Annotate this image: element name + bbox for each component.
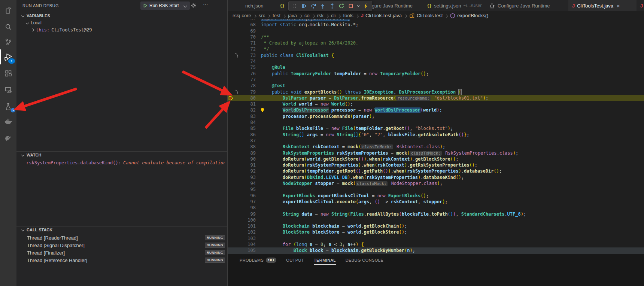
restart-icon[interactable] [337,2,346,10]
call-stack-thread-row[interactable]: Thread [ReaderThread]RUNNING [16,234,227,241]
code-text: NodeStopper stopper = mock(classToMock: … [261,180,443,186]
code-line[interactable]: 80 DslParser parser = DslParser.fromReso… [227,95,644,101]
step-over-icon[interactable] [309,2,318,10]
code-line[interactable]: 78 @Test [227,83,644,89]
breadcrumb-separator-icon [268,13,270,18]
variables-scope-local[interactable]: Local [26,20,42,25]
breadcrumb-item[interactable]: cli [331,13,335,18]
gear-icon[interactable] [191,3,197,8]
code-line[interactable]: 72 */ [227,46,644,52]
breadcrumb-file[interactable]: JCliToolsTest.java [361,13,402,18]
code-line[interactable]: 83 processor.processCommands(parser); [227,113,644,119]
breadcrumb-item[interactable]: rskj-core [233,13,251,18]
panel-tab-label: DEBUG CONSOLE [346,258,383,262]
code-line[interactable]: 82 WorldDslProcessor processor = new Wor… [227,107,644,113]
code-line[interactable]: 102 BlockStore blockStore = world.getBlo… [227,229,644,235]
code-line[interactable]: 76 public TemporaryFolder tempFolder = n… [227,71,644,77]
code-line[interactable]: 96 ExportBlocks exportBlocksCliTool = ne… [227,193,644,199]
call-stack-thread-row[interactable]: Thread [Signal Dispatcher]RUNNING [16,241,227,249]
code-line[interactable]: 99 String data = new String(Files.readAl… [227,211,644,217]
code-line[interactable]: 70/** [227,34,644,40]
code-line[interactable]: 103 [227,235,644,241]
watch-expression-row[interactable]: rskSystemProperties.databaseKind(): Cann… [26,160,225,165]
editor-tab[interactable]: J [637,0,644,11]
variable-this-row[interactable]: this: CliToolsTest@29 [31,27,92,33]
code-editor[interactable]: 67import static org.junit.Assert.*;68imp… [227,19,644,254]
more-actions-icon[interactable]: ⋯ [203,2,208,7]
code-line[interactable]: 74 [227,58,644,64]
code-line[interactable]: 69 [227,28,644,34]
code-line[interactable]: 95 [227,186,644,192]
code-line[interactable]: 71 * Created by ajlopez on 26/04/2020. [227,40,644,46]
code-line[interactable]: 89 RskSystemProperties rskSystemProperti… [227,150,644,156]
code-line[interactable]: 75 @Rule [227,64,644,70]
docker-icon[interactable] [0,114,16,129]
breakpoint-current-line-icon[interactable] [227,96,235,101]
thread-name: Thread [Reference Handler] [27,258,87,263]
panel-tab-debug-console[interactable]: DEBUG CONSOLE [346,256,383,264]
watch-section-header[interactable]: WATCH [22,153,42,157]
line-gutter: 85 [227,125,258,131]
stop-dropdown-chevron-icon[interactable] [356,2,361,10]
breadcrumb-item[interactable]: rsk [317,13,323,18]
gradle-icon[interactable] [0,130,16,145]
stop-icon[interactable] [347,2,355,10]
search-icon[interactable] [0,19,16,34]
code-line[interactable]: 91 doReturn(rskSystemProperties).when(rs… [227,162,644,168]
editor-tab-settings-json[interactable]: {}settings.json~/.../User [423,0,486,11]
sidebar-title: RUN AND DEBUG [22,3,59,8]
run-and-debug-icon[interactable]: 1 [0,49,16,64]
breadcrumb-item[interactable]: java [288,13,297,18]
code-line[interactable]: 77 [227,77,644,83]
call-stack-thread-row[interactable]: Thread [Reference Handler]RUNNING [16,256,227,264]
editor-tab-configure-java-runtime[interactable]: Configure Java Runtime [486,0,569,11]
code-line[interactable]: 90 doReturn(world.getBlockStore()).when(… [227,156,644,162]
code-line[interactable]: 87 [227,138,644,144]
extensions-icon[interactable] [0,66,16,81]
breadcrumb-item[interactable]: src [259,13,265,18]
code-line[interactable]: 104 for (long n = 0; n < 3; n++) { [227,241,644,247]
remote-explorer-icon[interactable] [0,82,16,97]
breadcrumb-item[interactable]: tools [343,13,353,18]
close-icon[interactable]: × [617,3,620,9]
code-line[interactable]: 100 [227,217,644,223]
breadcrumb-item[interactable]: co [304,13,310,18]
code-line[interactable]: 84 [227,119,644,125]
hot-code-replace-icon[interactable] [362,2,370,10]
code-line[interactable]: 97 exportBlocksCliTool.execute(args, () … [227,199,644,205]
step-into-icon[interactable] [319,2,327,10]
code-line[interactable]: 94 NodeStopper stopper = mock(classToMoc… [227,180,644,186]
line-number: 69 [240,28,256,34]
testing-icon[interactable] [0,99,16,114]
breadcrumb-item[interactable]: test [273,13,280,18]
run-config-button[interactable]: Run RSK Start [140,1,190,10]
breadcrumb-class[interactable]: CliToolsTest [409,13,443,18]
call-stack-thread-row[interactable]: Thread [Finalizer]RUNNING [16,249,227,256]
code-line[interactable]: 88 RskContext rskContext = mock(classToM… [227,144,644,150]
variables-section-header[interactable]: VARIABLES [22,13,50,18]
code-line[interactable]: 79 public void exportBlocks() throws IOE… [227,89,644,95]
editor-tab-clitoolstest-java[interactable]: JCliToolsTest.java× [568,0,637,11]
code-line[interactable]: 98 [227,205,644,211]
panel-tab-output[interactable]: OUTPUT [286,256,304,264]
chevron-right-icon [326,14,329,17]
step-out-icon[interactable] [328,2,336,10]
panel-tab-terminal[interactable]: TERMINAL [314,256,336,265]
call-stack-section-header[interactable]: CALL STACK [22,228,52,232]
code-line[interactable]: 93 doReturn(DbKind.LEVEL_DB).when(rskSys… [227,174,644,180]
editor-tab-igure-java-runtime[interactable]: igure Java Runtime [366,0,428,11]
continue-icon[interactable] [300,2,308,10]
panel-tab-problems[interactable]: PROBLEMS1K+ [240,256,276,265]
explorer-icon[interactable] [0,3,16,18]
breadcrumb-method[interactable]: exportBlocks() [450,13,488,18]
code-line[interactable]: 105 Block block = blockchain.getBlockByN… [227,247,644,253]
source-control-icon[interactable] [0,34,16,49]
code-line[interactable]: 85 File blocksFile = new File(tempFolder… [227,125,644,131]
code-line[interactable]: 86 String[] args = new String[]{"0", "2"… [227,132,644,138]
drag-grip-icon[interactable] [291,2,299,10]
code-line[interactable]: 101 Blockchain blockchain = world.getBlo… [227,223,644,229]
code-line[interactable]: 81 World world = new World(); [227,101,644,107]
code-line[interactable]: 68import static org.mockito.Mockito.*; [227,22,644,28]
code-line[interactable]: 73public class CliToolsTest { [227,52,644,58]
code-line[interactable]: 92 doReturn(tempFolder.getRoot().getPath… [227,168,644,174]
